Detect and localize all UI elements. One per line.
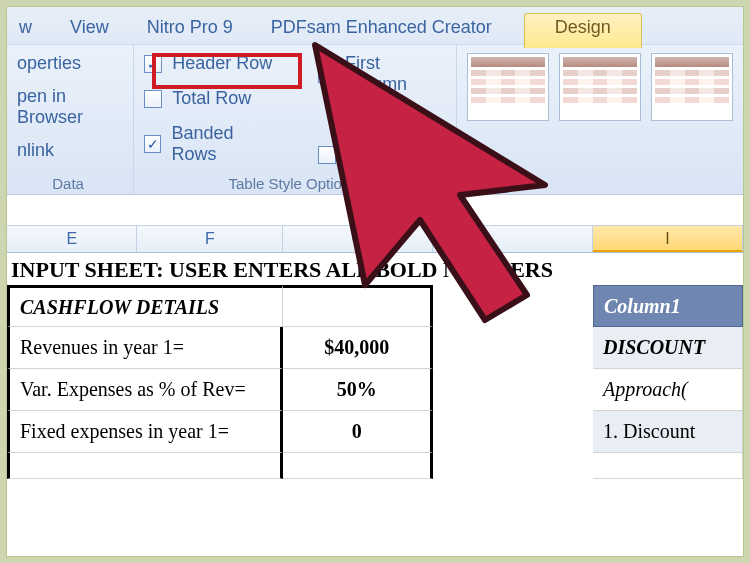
empty-cell[interactable] bbox=[7, 453, 283, 479]
table-row: CASHFLOW DETAILS Column1 bbox=[7, 285, 743, 327]
tab-design[interactable]: Design bbox=[524, 13, 642, 48]
tab-nitro[interactable]: Nitro Pro 9 bbox=[141, 13, 239, 42]
empty-cell[interactable] bbox=[283, 285, 433, 327]
banded-columns-label: Ban bbox=[346, 144, 378, 165]
table-row bbox=[7, 453, 743, 479]
tab-partial-ew[interactable]: w bbox=[13, 13, 38, 42]
empty-cell[interactable] bbox=[593, 453, 743, 479]
empty-cell[interactable] bbox=[433, 411, 593, 453]
worksheet[interactable]: INPUT SHEET: USER ENTERS ALL BOLD NUMBER… bbox=[7, 253, 743, 479]
empty-cell[interactable] bbox=[433, 453, 593, 479]
header-row-label: Header Row bbox=[172, 53, 272, 74]
total-row-label: Total Row bbox=[172, 88, 251, 109]
checkbox-on-icon bbox=[144, 135, 161, 153]
approach-cell[interactable]: Approach( bbox=[593, 369, 743, 411]
banded-rows-checkbox[interactable]: Banded Rows bbox=[144, 123, 278, 165]
table-row: Var. Expenses as % of Rev= 50% Approach( bbox=[7, 369, 743, 411]
total-row-checkbox[interactable]: Total Row bbox=[144, 88, 278, 109]
checkbox-off-icon bbox=[318, 65, 335, 83]
ribbon-group-data: operties pen in Browser nlink Data bbox=[7, 45, 134, 194]
tab-view[interactable]: View bbox=[64, 13, 115, 42]
cashflow-header-cell[interactable]: CASHFLOW DETAILS bbox=[7, 285, 283, 327]
fixed-value-cell[interactable]: 0 bbox=[283, 411, 433, 453]
banded-rows-label: Banded Rows bbox=[171, 123, 277, 165]
checkbox-on-icon bbox=[144, 55, 162, 73]
banded-columns-checkbox[interactable]: Ban bbox=[318, 144, 442, 165]
table-row: Revenues in year 1= $40,000 DISCOUNT bbox=[7, 327, 743, 369]
discount-cell[interactable]: DISCOUNT bbox=[593, 327, 743, 369]
ribbon: operties pen in Browser nlink Data Heade… bbox=[7, 45, 743, 195]
table-column-header[interactable]: Column1 bbox=[593, 285, 743, 327]
tab-pdfsam[interactable]: PDFsam Enhanced Creator bbox=[265, 13, 498, 42]
first-column-checkbox[interactable]: First Column bbox=[318, 53, 442, 95]
revenues-value-cell[interactable]: $40,000 bbox=[283, 327, 433, 369]
table-style-thumbnail[interactable] bbox=[651, 53, 733, 121]
empty-cell[interactable] bbox=[433, 327, 593, 369]
empty-cell[interactable] bbox=[433, 285, 593, 327]
open-in-browser-button[interactable]: pen in Browser bbox=[17, 86, 119, 128]
column-header-G[interactable]: G bbox=[283, 226, 433, 252]
properties-button[interactable]: operties bbox=[17, 53, 119, 74]
column-headers: E F G I bbox=[7, 225, 743, 253]
varexp-label-cell[interactable]: Var. Expenses as % of Rev= bbox=[7, 369, 283, 411]
discount-item-cell[interactable]: 1. Discount bbox=[593, 411, 743, 453]
column-header-gap[interactable] bbox=[433, 226, 593, 252]
empty-cell[interactable] bbox=[433, 369, 593, 411]
varexp-value-cell[interactable]: 50% bbox=[283, 369, 433, 411]
unlink-button[interactable]: nlink bbox=[17, 140, 119, 161]
table-style-thumbnail[interactable] bbox=[467, 53, 549, 121]
column-header-I[interactable]: I bbox=[593, 226, 743, 252]
checkbox-off-icon bbox=[144, 90, 162, 108]
fixed-label-cell[interactable]: Fixed expenses in year 1= bbox=[7, 411, 283, 453]
column-header-E[interactable]: E bbox=[7, 226, 137, 252]
revenues-label-cell[interactable]: Revenues in year 1= bbox=[7, 327, 283, 369]
ribbon-group-style-options: Header Row Total Row Banded Rows First C… bbox=[134, 45, 457, 194]
column-header-F[interactable]: F bbox=[137, 226, 283, 252]
first-column-label: First Column bbox=[345, 53, 442, 95]
group-label-style-options: Table Style Options bbox=[144, 173, 442, 192]
table-row: Fixed expenses in year 1= 0 1. Discount bbox=[7, 411, 743, 453]
group-label-data: Data bbox=[17, 173, 119, 192]
header-row-checkbox[interactable]: Header Row bbox=[144, 53, 278, 74]
empty-cell[interactable] bbox=[283, 453, 433, 479]
ribbon-group-table-styles bbox=[457, 45, 743, 194]
sheet-title: INPUT SHEET: USER ENTERS ALL BOLD NUMBER… bbox=[7, 253, 743, 285]
checkbox-off-icon bbox=[318, 146, 336, 164]
ribbon-tabs: w View Nitro Pro 9 PDFsam Enhanced Creat… bbox=[7, 7, 743, 45]
table-style-thumbnail[interactable] bbox=[559, 53, 641, 121]
